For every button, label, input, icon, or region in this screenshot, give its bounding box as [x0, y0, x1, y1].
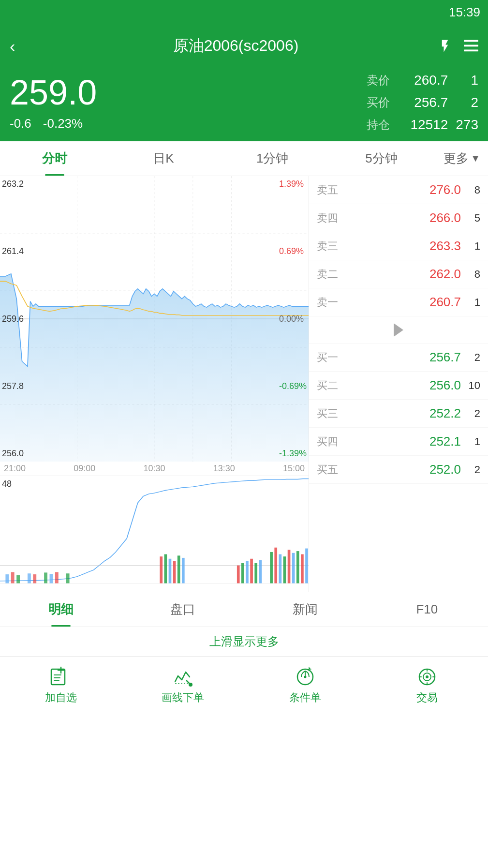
price-chart-svg — [0, 176, 309, 462]
x-axis: 21:00 09:00 10:30 13:30 15:00 — [0, 462, 309, 476]
ob-buy-2: 买二 256.0 10 — [309, 372, 488, 400]
y-label-1: 263.2 — [2, 179, 24, 189]
nav-add-watchlist[interactable]: 加自选 — [0, 666, 122, 705]
svg-point-51 — [189, 683, 192, 687]
buy-qty: 2 — [456, 95, 478, 110]
price-chart: 263.2 261.4 259.6 257.8 256.0 1.39% 0.69… — [0, 176, 309, 462]
sell-label: 卖价 — [111, 73, 390, 88]
tab-5min[interactable]: 5分钟 — [327, 141, 436, 176]
header-icons — [438, 39, 478, 53]
y-label-5: 256.0 — [2, 449, 24, 459]
tab-mingxi[interactable]: 明细 — [0, 592, 122, 627]
ob-sell1-label: 卖一 — [317, 295, 351, 310]
svg-rect-25 — [169, 559, 172, 584]
svg-rect-19 — [44, 572, 47, 583]
volume-chart-svg — [0, 476, 309, 592]
tab-1min[interactable]: 1分钟 — [218, 141, 327, 176]
ob-buy5-price: 252.0 — [351, 462, 461, 477]
ob-sell-5: 卖五 276.0 8 — [309, 176, 488, 204]
nav-condition-order[interactable]: 条件单 — [244, 666, 366, 705]
pct-4: -0.69% — [279, 381, 307, 391]
pct-labels: 1.39% 0.69% 0.00% -0.69% -1.39% — [279, 176, 307, 462]
hold-extra: 273 — [456, 117, 478, 133]
svg-rect-27 — [177, 555, 180, 583]
ob-buy-4: 买四 252.1 1 — [309, 428, 488, 456]
menu-icon[interactable] — [464, 40, 478, 52]
y-label-2: 261.4 — [2, 246, 24, 256]
ob-sell4-price: 266.0 — [351, 210, 461, 225]
back-button[interactable]: ‹ — [10, 37, 34, 56]
svg-rect-29 — [237, 566, 240, 584]
y-axis-labels: 263.2 261.4 259.6 257.8 256.0 — [2, 176, 24, 462]
svg-rect-43 — [305, 549, 308, 584]
volume-top-label: 48 — [2, 479, 12, 489]
ob-sell-3: 卖三 263.3 1 — [309, 232, 488, 260]
svg-rect-1 — [464, 45, 478, 47]
tab-news[interactable]: 新闻 — [244, 592, 366, 627]
hold-qty: 12512 — [398, 117, 448, 133]
svg-point-55 — [304, 675, 306, 678]
ob-buy4-label: 买四 — [317, 434, 351, 449]
svg-rect-22 — [66, 573, 70, 583]
svg-rect-14 — [5, 574, 9, 583]
header: ‹ 原油2006(sc2006) — [0, 24, 488, 68]
y-label-3: 259.6 — [2, 314, 24, 324]
pct-5: -1.39% — [279, 449, 307, 459]
ob-buy2-price: 256.0 — [351, 378, 461, 393]
svg-rect-35 — [270, 552, 273, 584]
ob-buy3-label: 买三 — [317, 406, 351, 421]
tab-f10[interactable]: F10 — [366, 592, 488, 627]
sell-qty: 1 — [456, 73, 478, 88]
ob-sell1-price: 260.7 — [351, 295, 461, 310]
ob-buy-3: 买三 252.2 2 — [309, 400, 488, 428]
trade-icon — [416, 666, 438, 688]
ob-sell3-label: 卖三 — [317, 239, 351, 254]
svg-rect-32 — [250, 559, 253, 584]
ob-sell3-price: 263.3 — [351, 239, 461, 254]
tab-rik[interactable]: 日K — [109, 141, 218, 176]
svg-rect-18 — [33, 574, 36, 583]
price-values: 260.7 256.7 12512 — [390, 73, 448, 133]
svg-rect-23 — [160, 556, 163, 583]
x-label-4: 13:30 — [213, 464, 235, 474]
nav-add-watchlist-label: 加自选 — [45, 690, 77, 705]
y-label-4: 257.8 — [2, 381, 24, 391]
ob-sell5-qty: 8 — [461, 184, 480, 196]
ob-buy1-price: 256.7 — [351, 350, 461, 365]
pct-1: 1.39% — [279, 179, 307, 189]
ob-buy2-qty: 10 — [461, 379, 480, 392]
scroll-hint: 上滑显示更多 — [0, 627, 488, 656]
svg-rect-36 — [274, 548, 277, 584]
svg-rect-0 — [464, 40, 478, 42]
nav-draw-order[interactable]: 画线下单 — [122, 666, 244, 705]
change-row: -0.6 -0.23% — [10, 115, 106, 133]
tab-pankou[interactable]: 盘口 — [122, 592, 244, 627]
sell-price: 260.7 — [398, 73, 448, 88]
ob-sell5-price: 276.0 — [351, 182, 461, 197]
ob-buy4-qty: 1 — [461, 435, 480, 448]
tab-more[interactable]: 更多 ▼ — [436, 150, 488, 167]
ob-sell-1: 卖一 260.7 1 — [309, 288, 488, 316]
ob-buy1-label: 买一 — [317, 350, 351, 365]
chart-tabs: 分时 日K 1分钟 5分钟 更多 ▼ — [0, 141, 488, 176]
price-qty: 1 2 273 — [448, 73, 478, 133]
svg-rect-30 — [241, 563, 244, 584]
ob-sell4-label: 卖四 — [317, 211, 351, 225]
svg-rect-37 — [279, 554, 281, 584]
arrow-right-icon — [394, 323, 403, 337]
svg-rect-33 — [254, 563, 257, 584]
ob-sell2-qty: 8 — [461, 268, 480, 281]
tab-fenshi[interactable]: 分时 — [0, 141, 109, 176]
lightning-icon[interactable] — [438, 39, 452, 53]
nav-trade[interactable]: 交易 — [366, 666, 488, 705]
svg-rect-15 — [11, 572, 15, 583]
svg-rect-41 — [296, 551, 299, 583]
ob-buy1-qty: 2 — [461, 351, 480, 364]
add-star-icon — [50, 666, 72, 688]
svg-rect-39 — [288, 550, 291, 583]
svg-rect-44 — [51, 669, 65, 685]
main-content: 263.2 261.4 259.6 257.8 256.0 1.39% 0.69… — [0, 176, 488, 592]
ob-buy4-price: 252.1 — [351, 434, 461, 449]
svg-rect-38 — [283, 556, 286, 583]
pct-2: 0.69% — [279, 246, 307, 256]
